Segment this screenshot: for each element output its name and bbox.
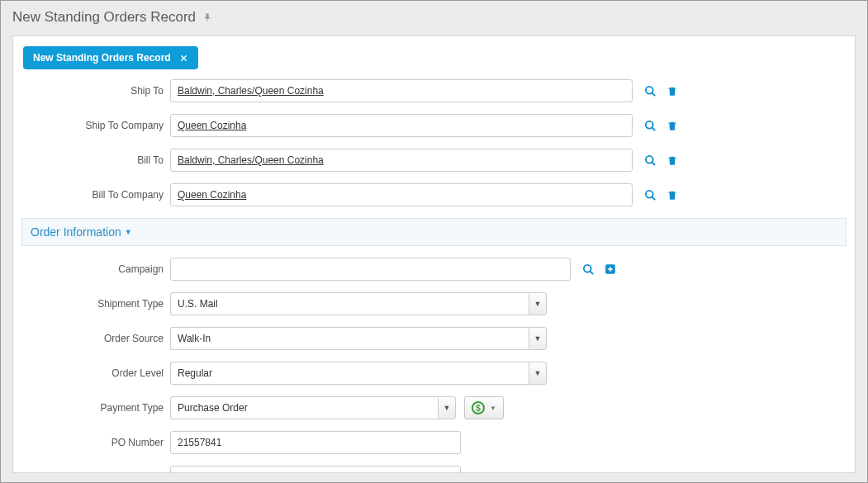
payment-type-caret-icon[interactable]: ▼ xyxy=(438,396,456,419)
record-tab-label: New Standing Orders Record xyxy=(33,52,171,64)
campaign-input[interactable] xyxy=(170,258,571,281)
svg-point-4 xyxy=(646,155,653,163)
bill-to-row: Bill To xyxy=(23,149,845,172)
svg-line-1 xyxy=(652,92,655,96)
page-header: New Standing Orders Record xyxy=(1,1,867,31)
shipment-type-caret-icon[interactable]: ▼ xyxy=(529,292,547,315)
campaign-add-icon[interactable] xyxy=(605,263,616,275)
campaign-search-icon[interactable] xyxy=(582,263,595,276)
ship-to-company-row: Ship To Company xyxy=(23,114,845,137)
record-tab-chip[interactable]: New Standing Orders Record xyxy=(23,46,198,69)
order-level-row: Order Level Regular ▼ xyxy=(23,362,845,385)
section-caret-down-icon: ▼ xyxy=(125,228,132,236)
bill-to-company-input[interactable] xyxy=(170,183,633,206)
campaign-row: Campaign xyxy=(23,258,845,281)
shipment-type-label: Shipment Type xyxy=(23,298,170,310)
payment-type-row: Payment Type Purchase Order ▼ $ ▼ xyxy=(23,396,845,419)
svg-point-0 xyxy=(646,86,653,93)
pin-icon[interactable] xyxy=(202,12,212,22)
order-level-select[interactable]: Regular ▼ xyxy=(170,362,547,385)
ship-to-search-icon[interactable] xyxy=(644,85,657,97)
ship-to-company-search-icon[interactable] xyxy=(644,120,657,132)
bill-to-label: Bill To xyxy=(23,154,170,166)
payment-type-select[interactable]: Purchase Order ▼ xyxy=(170,396,456,419)
po-number-row: PO Number xyxy=(23,431,845,454)
terms-label: Terms xyxy=(23,471,170,473)
ship-to-company-input[interactable] xyxy=(170,114,633,137)
bill-to-input[interactable] xyxy=(170,149,633,172)
svg-point-2 xyxy=(646,121,653,128)
po-number-label: PO Number xyxy=(23,437,170,448)
bill-to-company-delete-icon[interactable] xyxy=(666,189,678,201)
svg-point-6 xyxy=(646,190,653,197)
payment-currency-button[interactable]: $ ▼ xyxy=(464,396,504,419)
payment-type-value: Purchase Order xyxy=(170,396,438,419)
order-level-caret-icon[interactable]: ▼ xyxy=(529,362,547,385)
order-level-value: Regular xyxy=(170,362,529,385)
payment-type-label: Payment Type xyxy=(23,402,170,414)
ship-to-company-label: Ship To Company xyxy=(23,120,170,131)
shipment-type-select[interactable]: U.S. Mail ▼ xyxy=(170,292,547,315)
ship-to-delete-icon[interactable] xyxy=(666,85,678,97)
svg-point-8 xyxy=(584,264,591,272)
bill-to-company-row: Bill To Company xyxy=(23,183,845,206)
order-source-caret-icon[interactable]: ▼ xyxy=(529,327,547,350)
order-information-title: Order Information xyxy=(31,225,121,239)
dollar-icon: $ xyxy=(472,401,485,414)
order-information-section-header[interactable]: Order Information ▼ xyxy=(21,218,847,246)
ship-to-company-delete-icon[interactable] xyxy=(666,120,678,132)
ship-to-row: Ship To xyxy=(23,79,845,102)
ship-to-input[interactable] xyxy=(170,79,633,102)
ship-to-label: Ship To xyxy=(23,85,170,97)
svg-line-5 xyxy=(652,162,655,165)
page-title-text: New Standing Orders Record xyxy=(12,9,196,26)
bill-to-delete-icon[interactable] xyxy=(666,154,678,167)
bill-to-company-search-icon[interactable] xyxy=(644,189,657,201)
order-source-label: Order Source xyxy=(23,333,170,344)
bill-to-company-label: Bill To Company xyxy=(23,189,170,201)
svg-line-3 xyxy=(652,127,655,130)
bill-to-search-icon[interactable] xyxy=(644,154,657,167)
order-source-row: Order Source Walk-In ▼ xyxy=(23,327,845,350)
currency-caret-icon: ▼ xyxy=(490,405,496,412)
form-panel: New Standing Orders Record Ship To Ship … xyxy=(12,36,856,473)
svg-line-7 xyxy=(652,197,655,200)
shipment-type-value: U.S. Mail xyxy=(170,292,529,315)
order-source-select[interactable]: Walk-In ▼ xyxy=(170,327,547,350)
svg-line-9 xyxy=(590,271,593,274)
terms-input[interactable] xyxy=(170,466,461,473)
shipment-type-row: Shipment Type U.S. Mail ▼ xyxy=(23,292,845,315)
order-source-value: Walk-In xyxy=(170,327,529,350)
terms-row: Terms xyxy=(23,466,845,473)
order-level-label: Order Level xyxy=(23,367,170,379)
po-number-input[interactable] xyxy=(170,431,461,454)
close-tab-icon[interactable] xyxy=(179,54,188,63)
campaign-label: Campaign xyxy=(23,263,170,275)
